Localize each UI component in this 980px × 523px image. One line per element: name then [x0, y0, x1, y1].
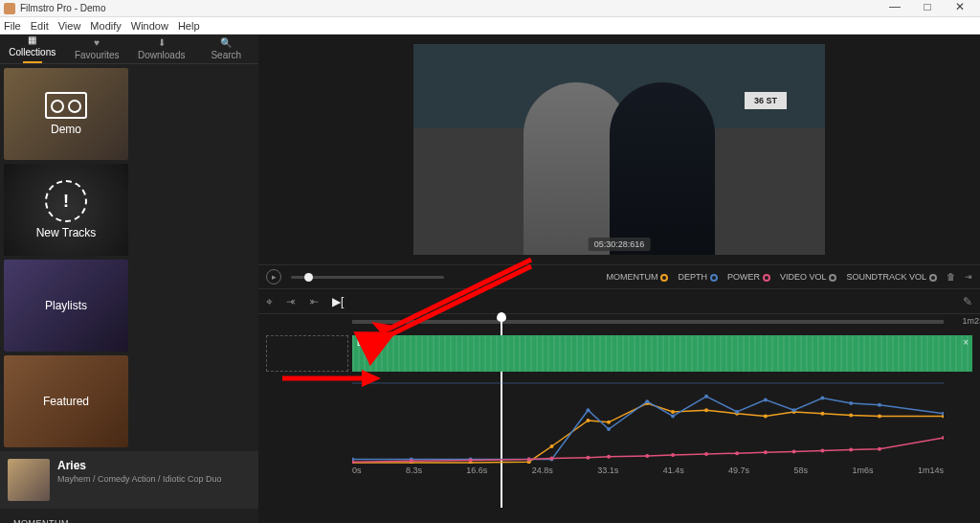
legend-depth-label: DEPTH	[678, 272, 707, 282]
legend-video-vol-dot	[829, 274, 836, 282]
timeline-ruler[interactable]	[352, 320, 944, 324]
category-demo-label: Demo	[51, 123, 81, 136]
new-badge-icon: !	[45, 180, 87, 222]
automation-graph[interactable]	[352, 377, 944, 464]
svg-point-6	[586, 419, 590, 422]
slider-momentum[interactable]: MOMENTUM	[13, 518, 245, 523]
svg-point-51	[942, 436, 944, 440]
timeline: Dinlas × 0s8.3s16.6s24.8s33.1s41.4s49.7s…	[258, 314, 980, 523]
window-title: Filmstro Pro - Demo	[20, 3, 879, 13]
tool-snap-right[interactable]: ⤜	[309, 295, 319, 308]
svg-point-7	[607, 421, 611, 424]
menu-modify[interactable]: Modify	[90, 20, 121, 32]
category-playlists[interactable]: Playlists	[4, 260, 128, 352]
svg-point-30	[792, 408, 796, 412]
menu-edit[interactable]: Edit	[31, 20, 49, 32]
svg-point-40	[586, 456, 590, 460]
svg-point-42	[645, 454, 649, 458]
svg-point-10	[704, 408, 708, 412]
audio-clip-name: Dinlas	[357, 338, 381, 348]
window-minimize-button[interactable]: —	[879, 0, 911, 17]
window-close-button[interactable]: ✕	[944, 0, 976, 17]
audio-clip[interactable]: Dinlas ×	[352, 335, 972, 372]
export-button[interactable]: ⇥	[965, 272, 972, 282]
menu-file[interactable]: File	[4, 20, 21, 32]
menu-bar: File Edit View Modify Window Help	[0, 17, 980, 34]
svg-point-12	[764, 415, 768, 419]
svg-point-34	[942, 412, 944, 416]
svg-point-24	[607, 427, 611, 431]
svg-point-33	[878, 403, 881, 407]
set-in-point-button[interactable]: ▶[	[332, 295, 344, 308]
cursor-tool[interactable]: ⌖	[266, 295, 273, 308]
preview-volume-slider[interactable]	[291, 276, 444, 279]
tab-downloads[interactable]: ⬇ Downloads	[129, 34, 194, 63]
svg-point-37	[469, 458, 473, 462]
svg-point-45	[735, 451, 739, 455]
now-playing-thumbnail[interactable]	[8, 459, 50, 501]
svg-point-50	[878, 447, 881, 451]
tab-collections-label: Collections	[9, 47, 56, 57]
window-titlebar: Filmstro Pro - Demo — □ ✕	[0, 0, 980, 17]
time-tick: 1m14s	[918, 466, 944, 479]
svg-point-41	[607, 455, 611, 459]
time-tick: 0s	[352, 466, 362, 479]
category-new-tracks[interactable]: ! New Tracks	[4, 164, 128, 256]
category-featured[interactable]: Featured	[4, 355, 128, 447]
transport-legend-row: ▸ MOMENTUM DEPTH POWER VIDEO VOL SOUNDTR…	[258, 264, 980, 289]
window-maximize-button[interactable]: □	[911, 0, 944, 17]
svg-point-29	[764, 398, 768, 401]
boombox-icon	[45, 92, 87, 119]
heart-icon: ♥	[94, 37, 100, 48]
slider-momentum-label: MOMENTUM	[13, 518, 245, 523]
category-demo[interactable]: Demo	[4, 68, 128, 160]
play-button[interactable]: ▸	[266, 269, 281, 284]
edit-tool[interactable]: ✎	[963, 295, 972, 308]
track-drop-zone[interactable]	[266, 335, 348, 372]
svg-point-26	[671, 415, 675, 419]
time-tick: 49.7s	[728, 466, 749, 479]
nav-tabs: ▦ Collections ♥ Favourites ⬇ Downloads 🔍…	[0, 34, 258, 64]
tool-snap-left[interactable]: ⤛	[286, 295, 296, 308]
time-tick: 8.3s	[406, 466, 422, 479]
tab-downloads-label: Downloads	[138, 50, 185, 60]
legend-soundtrack-vol-label: SOUNDTRACK VOL	[846, 272, 926, 282]
time-tick: 41.4s	[663, 466, 684, 479]
time-tick: 33.1s	[597, 466, 618, 479]
category-new-label: New Tracks	[36, 226, 97, 239]
video-viewport: 36 ST 05:30:28:616	[258, 34, 980, 264]
time-tick: 16.6s	[466, 466, 487, 479]
legend: MOMENTUM DEPTH POWER VIDEO VOL SOUNDTRAC…	[606, 272, 972, 282]
legend-power-label: POWER	[727, 272, 760, 282]
tab-search-label: Search	[211, 50, 241, 60]
timecode: 05:30:28:616	[589, 238, 651, 251]
legend-video-vol-label: VIDEO VOL	[780, 272, 827, 282]
legend-momentum-label: MOMENTUM	[606, 272, 657, 282]
menu-window[interactable]: Window	[131, 20, 168, 32]
legend-power-dot	[763, 274, 770, 282]
svg-point-14	[820, 412, 824, 416]
svg-point-23	[586, 408, 590, 412]
category-featured-label: Featured	[43, 395, 89, 408]
main-area: 36 ST 05:30:28:616 ▸ MOMENTUM DEPTH POWE…	[258, 34, 980, 523]
svg-point-49	[849, 448, 853, 452]
menu-view[interactable]: View	[58, 20, 81, 32]
time-tick: 24.8s	[532, 466, 553, 479]
category-grid: Demo ! New Tracks Playlists Featured	[0, 64, 258, 451]
video-frame[interactable]: 36 ST 05:30:28:616	[413, 44, 825, 255]
svg-point-31	[820, 397, 824, 400]
svg-point-39	[549, 457, 553, 461]
svg-point-38	[527, 458, 531, 462]
delete-button[interactable]: 🗑	[947, 272, 955, 282]
menu-help[interactable]: Help	[178, 20, 200, 32]
audio-track-row: Dinlas ×	[266, 335, 972, 372]
legend-depth-dot	[710, 274, 718, 282]
tab-search[interactable]: 🔍 Search	[194, 34, 259, 63]
time-axis: 0s8.3s16.6s24.8s33.1s41.4s49.7s58s1m6s1m…	[352, 464, 944, 479]
time-tick: 1m6s	[852, 466, 873, 479]
svg-point-9	[671, 410, 675, 414]
tab-collections[interactable]: ▦ Collections	[0, 34, 65, 63]
sidebar: ▦ Collections ♥ Favourites ⬇ Downloads 🔍…	[0, 34, 258, 523]
svg-point-48	[820, 449, 824, 453]
tab-favourites[interactable]: ♥ Favourites	[65, 34, 130, 63]
